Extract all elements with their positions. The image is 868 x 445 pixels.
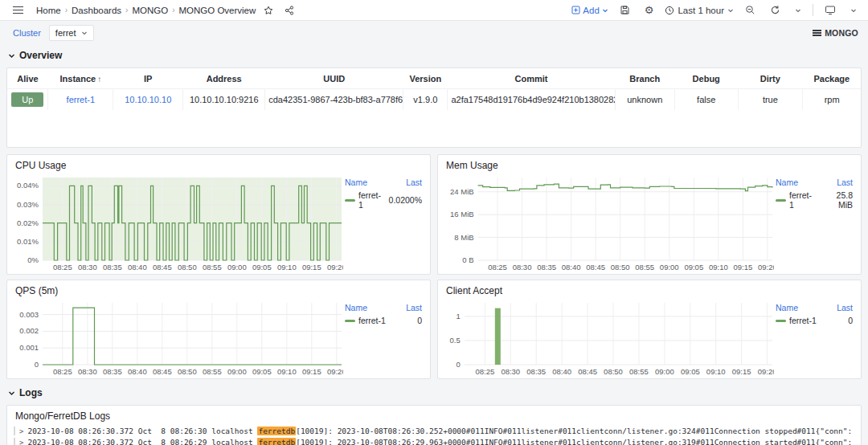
instances-table: Alive Instance↑ IP Address UUID Version …	[7, 68, 861, 110]
template-variable-cluster: Cluster ferret	[10, 25, 94, 41]
svg-text:1: 1	[457, 312, 461, 320]
breadcrumb-home[interactable]: Home	[36, 6, 61, 15]
svg-text:08:30: 08:30	[513, 263, 532, 271]
legend-name-header[interactable]: Name	[345, 303, 367, 312]
panel-title[interactable]: QPS (5m)	[7, 280, 430, 298]
kiosk-dropdown[interactable]	[847, 6, 860, 15]
legend-name-header[interactable]: Name	[776, 178, 798, 187]
legend-last-value: 0	[848, 316, 853, 325]
svg-text:08:50: 08:50	[178, 367, 197, 376]
dashboard-links-button[interactable]: MONGO	[813, 28, 858, 38]
save-icon[interactable]	[616, 3, 633, 17]
svg-text:24 MiB: 24 MiB	[450, 187, 474, 196]
col-header-debug[interactable]: Debug	[674, 68, 738, 89]
col-header-dirty[interactable]: Dirty	[738, 68, 803, 89]
svg-text:08:35: 08:35	[103, 367, 122, 376]
log-expand-icon[interactable]: >	[19, 427, 23, 435]
svg-text:08:45: 08:45	[586, 263, 605, 271]
mem-usage-chart: 08:2508:3008:3508:4008:4508:5008:5509:00…	[441, 173, 774, 272]
status-badge: Up	[11, 92, 43, 107]
time-range-picker[interactable]: Last 1 hour	[665, 6, 734, 15]
panel-title[interactable]: Mongo/FerretDB Logs	[7, 406, 861, 423]
dashboard-canvas: Overview Alive Instance↑ IP Address UUID…	[0, 47, 868, 445]
svg-text:08:45: 08:45	[153, 367, 172, 376]
legend-series-name[interactable]: ferret-1	[358, 316, 386, 325]
svg-text:08:25: 08:25	[53, 263, 72, 271]
svg-text:09:05: 09:05	[681, 367, 700, 376]
settings-gear-icon[interactable]: ⚙	[641, 3, 657, 17]
svg-text:16 MiB: 16 MiB	[450, 210, 474, 218]
log-row[interactable]: > 2023-10-08 08:26:30.372 Oct 8 08:26:29…	[14, 438, 854, 445]
legend-last-header[interactable]: Last	[406, 178, 422, 187]
svg-text:08:55: 08:55	[629, 367, 649, 376]
mem-usage-panel: Mem Usage 08:2508:3008:3508:4008:4508:50…	[437, 154, 862, 275]
col-header-address[interactable]: Address	[183, 68, 265, 89]
share-icon[interactable]	[281, 4, 297, 17]
legend-last-header[interactable]: Last	[406, 303, 422, 312]
series-color-swatch	[776, 320, 786, 322]
log-level-bar	[14, 427, 15, 435]
legend-name-header[interactable]: Name	[345, 178, 367, 187]
svg-text:08:55: 08:55	[203, 263, 222, 271]
svg-text:08:25: 08:25	[53, 367, 72, 376]
svg-text:09:15: 09:15	[302, 367, 321, 376]
overview-table-panel: Alive Instance↑ IP Address UUID Version …	[6, 67, 862, 148]
col-header-commit[interactable]: Commit	[448, 68, 615, 89]
series-color-swatch	[345, 199, 355, 202]
col-header-branch[interactable]: Branch	[615, 68, 674, 89]
panel-title[interactable]: Client Accept	[438, 280, 861, 298]
breadcrumb-folder[interactable]: MONGO	[132, 6, 168, 15]
log-expand-icon[interactable]: >	[19, 438, 23, 445]
debug-cell: false	[674, 89, 738, 111]
svg-text:0.002: 0.002	[19, 326, 39, 335]
chevron-down-icon	[795, 7, 801, 14]
log-row[interactable]: > 2023-10-08 08:26:30.372 Oct 8 08:26:30…	[14, 427, 854, 435]
legend-series-name[interactable]: ferret-1	[358, 190, 386, 210]
chevron-down-icon	[727, 7, 734, 14]
zoom-out-icon[interactable]	[742, 3, 759, 17]
chevron-down-icon	[8, 52, 15, 59]
chevron-down-icon	[81, 30, 88, 36]
col-header-alive[interactable]: Alive	[7, 68, 48, 89]
chevron-right-icon: ›	[65, 6, 68, 14]
legend-series-name[interactable]: ferret-1	[789, 316, 817, 325]
legend-series-name[interactable]: ferret-1	[789, 190, 817, 210]
instance-link[interactable]: ferret-1	[67, 95, 95, 104]
legend-last-header[interactable]: Last	[837, 303, 853, 312]
panel-title[interactable]: Mem Usage	[438, 155, 861, 173]
svg-text:09:15: 09:15	[732, 367, 751, 376]
commit-cell: a2fa17548d19176b4d9e924f210b1380282902dd	[448, 89, 615, 111]
overview-section-toggle[interactable]: Overview	[8, 47, 862, 64]
panel-title[interactable]: CPU Usage	[7, 155, 430, 173]
col-header-package[interactable]: Package	[803, 68, 861, 89]
refresh-interval-dropdown[interactable]	[792, 6, 805, 15]
col-header-instance[interactable]: Instance↑	[48, 68, 113, 89]
logs-section-toggle[interactable]: Logs	[8, 384, 862, 402]
kiosk-monitor-icon[interactable]	[821, 3, 839, 17]
legend-last-header[interactable]: Last	[837, 178, 853, 187]
legend-name-header[interactable]: Name	[776, 303, 798, 312]
col-header-ip[interactable]: IP	[113, 68, 183, 89]
panel-add-icon	[571, 6, 580, 14]
star-icon[interactable]	[260, 4, 276, 17]
svg-text:09:05: 09:05	[252, 367, 272, 376]
col-header-version[interactable]: Version	[403, 68, 448, 89]
breadcrumb-current: MONGO Overview	[178, 6, 256, 15]
refresh-icon[interactable]	[767, 3, 784, 17]
menu-icon[interactable]	[8, 4, 28, 17]
ip-link[interactable]: 10.10.10.10	[125, 95, 171, 104]
table-row: Up ferret-1 10.10.10.10 10.10.10.10:9216…	[7, 89, 861, 111]
svg-text:0.03%: 0.03%	[17, 200, 39, 209]
svg-text:08:40: 08:40	[128, 367, 147, 376]
svg-text:0.01%: 0.01%	[17, 237, 39, 246]
svg-text:08:25: 08:25	[475, 367, 494, 376]
clock-icon	[665, 6, 674, 15]
col-header-uuid[interactable]: UUID	[265, 68, 403, 89]
add-button[interactable]: Add	[571, 6, 608, 15]
address-cell: 10.10.10.10:9216	[183, 89, 265, 111]
cluster-variable-dropdown[interactable]: ferret	[49, 25, 94, 41]
breadcrumb-dashboards[interactable]: Dashboards	[72, 6, 121, 15]
cluster-variable-label[interactable]: Cluster	[10, 26, 44, 40]
svg-text:08:35: 08:35	[537, 263, 556, 271]
version-cell: v1.9.0	[403, 89, 448, 111]
